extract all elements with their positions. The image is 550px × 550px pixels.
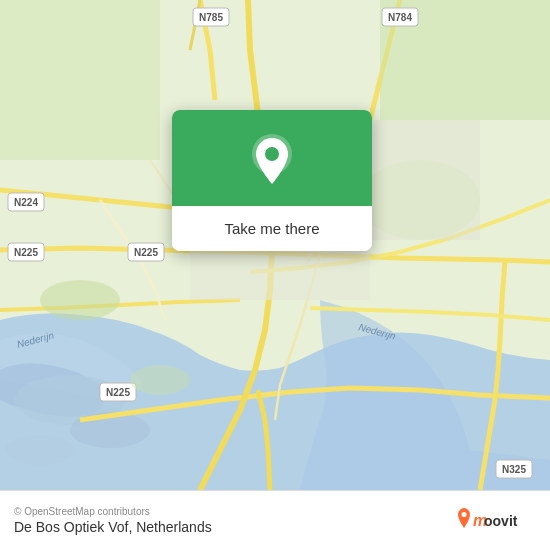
bottom-bar: © OpenStreetMap contributors De Bos Opti… bbox=[0, 490, 550, 550]
take-me-there-button[interactable]: Take me there bbox=[172, 206, 372, 251]
bottom-left-info: © OpenStreetMap contributors De Bos Opti… bbox=[14, 506, 212, 535]
location-pin-icon bbox=[250, 134, 294, 188]
svg-point-3 bbox=[5, 435, 75, 465]
svg-point-31 bbox=[462, 512, 467, 517]
moovit-logo-svg: m oovit bbox=[456, 506, 536, 536]
svg-text:N224: N224 bbox=[14, 197, 38, 208]
svg-text:N225: N225 bbox=[106, 387, 130, 398]
popup-card: Take me there bbox=[172, 110, 372, 251]
map-container: N785 N784 N224 N225 N225 N225 N325 Neder… bbox=[0, 0, 550, 490]
svg-point-27 bbox=[130, 365, 190, 395]
svg-text:N785: N785 bbox=[199, 12, 223, 23]
svg-rect-4 bbox=[0, 0, 160, 160]
svg-point-30 bbox=[265, 147, 279, 161]
svg-text:N325: N325 bbox=[502, 464, 526, 475]
popup-header bbox=[172, 110, 372, 206]
svg-text:oovit: oovit bbox=[484, 513, 518, 529]
copyright-text: © OpenStreetMap contributors bbox=[14, 506, 212, 517]
moovit-logo: m oovit bbox=[456, 506, 536, 536]
svg-text:N225: N225 bbox=[134, 247, 158, 258]
svg-text:N225: N225 bbox=[14, 247, 38, 258]
location-name: De Bos Optiek Vof, Netherlands bbox=[14, 519, 212, 535]
svg-text:N784: N784 bbox=[388, 12, 412, 23]
svg-point-26 bbox=[40, 280, 120, 320]
